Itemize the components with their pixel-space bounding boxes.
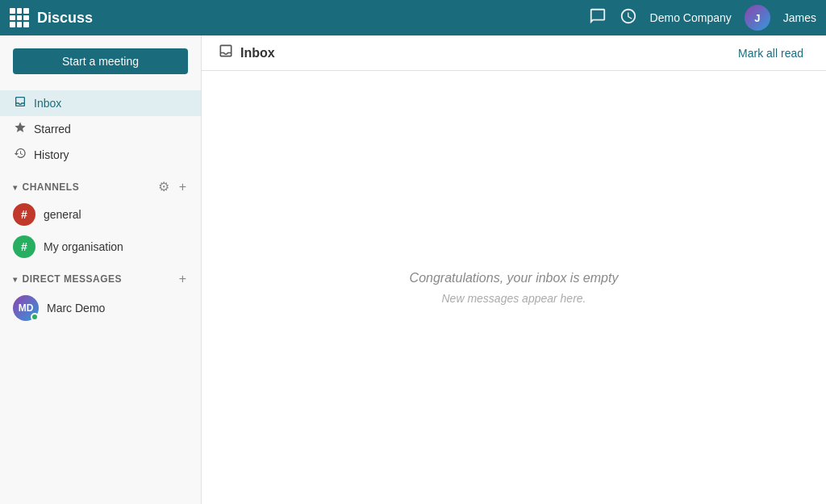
empty-state: Congratulations, your inbox is empty New… — [202, 71, 826, 504]
content-header-left: Inbox — [218, 43, 275, 63]
start-meeting-button[interactable]: Start a meeting — [13, 48, 188, 74]
dm-avatar-marc-demo: MD — [13, 295, 39, 321]
content-title: Inbox — [240, 46, 275, 60]
channel-name-general: general — [44, 208, 81, 221]
nav-item-starred[interactable]: Starred — [0, 116, 201, 142]
channels-header-actions: ⚙ + — [156, 179, 188, 195]
star-icon — [13, 121, 27, 137]
sidebar-top: Start a meeting — [0, 35, 201, 87]
inbox-label: Inbox — [34, 97, 61, 110]
channels-label: CHANNELS — [23, 181, 80, 193]
inbox-icon — [13, 95, 27, 111]
dm-section-header: ▾ DIRECT MESSAGES + — [0, 263, 201, 290]
channel-avatar-my-organisation: # — [13, 235, 35, 258]
content-inbox-icon — [218, 43, 234, 63]
channel-avatar-general: # — [13, 203, 35, 226]
dm-add-button[interactable]: + — [177, 271, 188, 287]
dm-chevron-icon[interactable]: ▾ — [13, 275, 18, 284]
empty-state-title: Congratulations, your inbox is empty — [410, 271, 619, 285]
channels-chevron-icon[interactable]: ▾ — [13, 183, 18, 192]
clock-icon[interactable] — [620, 7, 637, 29]
company-name[interactable]: Demo Company — [650, 11, 732, 24]
empty-state-subtitle: New messages appear here. — [442, 292, 586, 305]
channels-add-button[interactable]: + — [177, 179, 188, 195]
channel-item-general[interactable]: # general — [0, 198, 201, 231]
dm-name-marc-demo: Marc Demo — [47, 302, 105, 314]
nav-item-history[interactable]: History — [0, 142, 201, 168]
navbar: Discuss Demo Company J James — [0, 0, 826, 35]
channel-item-my-organisation[interactable]: # My organisation — [0, 231, 201, 263]
channels-header-left: ▾ CHANNELS — [13, 181, 79, 193]
dm-header-actions: + — [177, 271, 188, 287]
channels-settings-button[interactable]: ⚙ — [156, 179, 171, 195]
avatar[interactable]: J — [745, 5, 770, 31]
navbar-right: Demo Company J James — [589, 5, 816, 31]
mark-all-read-button[interactable]: Mark all read — [732, 44, 810, 63]
content-header: Inbox Mark all read — [202, 35, 826, 71]
starred-label: Starred — [34, 123, 71, 135]
app-grid-icon[interactable] — [10, 8, 29, 27]
chat-icon[interactable] — [589, 7, 607, 29]
dm-label: DIRECT MESSAGES — [23, 273, 123, 285]
nav-item-inbox[interactable]: Inbox — [0, 90, 201, 116]
nav-section: Inbox Starred History — [0, 87, 201, 171]
main-content: Inbox Mark all read Congratulations, you… — [202, 35, 826, 504]
navbar-left: Discuss — [10, 8, 93, 27]
app-title: Discuss — [37, 10, 93, 27]
sidebar: Start a meeting Inbox Starred History — [0, 35, 202, 504]
dm-header-left: ▾ DIRECT MESSAGES — [13, 273, 122, 285]
history-label: History — [34, 148, 69, 161]
dm-status-indicator — [31, 313, 39, 321]
channel-name-my-organisation: My organisation — [44, 240, 123, 253]
channels-section-header: ▾ CHANNELS ⚙ + — [0, 171, 201, 198]
history-icon — [13, 147, 27, 163]
main-container: Start a meeting Inbox Starred History — [0, 35, 826, 504]
username[interactable]: James — [783, 11, 816, 24]
dm-item-marc-demo[interactable]: MD Marc Demo — [0, 290, 201, 326]
